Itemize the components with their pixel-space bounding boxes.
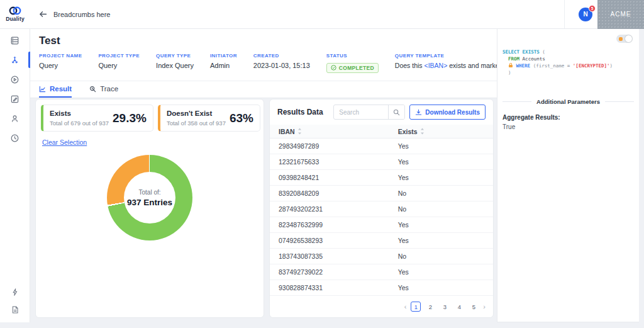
additional-parameters-label: Additional Parameters bbox=[536, 98, 600, 105]
database-icon bbox=[10, 36, 19, 45]
stat-card[interactable]: ExistsTotal of 679 out of 93729.3% bbox=[41, 105, 153, 132]
table-row[interactable]: 074926538293Yes bbox=[270, 233, 493, 249]
sidebar-item-database[interactable] bbox=[0, 35, 30, 45]
tab-result[interactable]: Result bbox=[39, 81, 72, 98]
user-icon bbox=[10, 114, 19, 123]
search-input[interactable] bbox=[334, 109, 388, 116]
iban-cell: 823487632999 bbox=[279, 221, 398, 229]
org-button[interactable]: ACME bbox=[597, 0, 644, 29]
stat-card-percent: 29.3% bbox=[113, 111, 147, 125]
sidebar-item-runs[interactable] bbox=[0, 74, 30, 84]
tab-result-label: Result bbox=[50, 85, 72, 93]
column-header-exists[interactable]: Exists bbox=[398, 128, 484, 135]
table-row[interactable]: 287493202231No bbox=[270, 201, 493, 217]
file-icon bbox=[11, 305, 19, 314]
table-row[interactable]: 930828874331Yes bbox=[270, 280, 493, 296]
iban-cell: 287493202231 bbox=[279, 205, 398, 213]
query-panel: SELECT EXISTS ( FROM Accounts WHERE (fir… bbox=[497, 29, 639, 322]
pagination-next[interactable]: › bbox=[483, 303, 486, 310]
brand-logo[interactable]: Duality bbox=[0, 0, 30, 29]
exists-cell: Yes bbox=[398, 268, 484, 276]
pagination-page-3[interactable]: 3 bbox=[440, 302, 450, 312]
app-root: Duality Breadcrumbs here N 5 ACME bbox=[0, 0, 644, 328]
result-chart-icon bbox=[39, 86, 46, 93]
table-row[interactable]: 837492739022Yes bbox=[270, 264, 493, 280]
meta-field-created: CREATED2023-01-03, 15:13 bbox=[253, 53, 310, 69]
stat-card[interactable]: Doesn't ExistTotal of 358 out of 93763% bbox=[158, 105, 260, 132]
sidebar-item-reports[interactable] bbox=[0, 94, 30, 104]
pagination-page-4[interactable]: 4 bbox=[454, 302, 464, 312]
trace-icon bbox=[89, 86, 96, 93]
column-header-iban[interactable]: IBAN bbox=[279, 128, 398, 135]
table-row[interactable]: 09398248421Yes bbox=[270, 170, 493, 186]
check-circle-icon bbox=[331, 65, 336, 71]
meta-field-project-name: PROJECT NAMEQuery bbox=[39, 53, 82, 69]
search-icon bbox=[393, 109, 400, 116]
search-button[interactable] bbox=[388, 105, 404, 120]
sidebar-item-queries[interactable] bbox=[0, 55, 30, 65]
clock-icon bbox=[10, 133, 19, 143]
download-icon bbox=[415, 109, 422, 116]
query-view-toggle[interactable] bbox=[616, 35, 633, 43]
iban-cell: 930828874331 bbox=[279, 284, 398, 291]
lock-icon bbox=[509, 65, 513, 67]
download-results-button[interactable]: Download Results bbox=[409, 105, 486, 120]
pagination-prev[interactable]: ‹ bbox=[404, 303, 407, 310]
meta-value: Query bbox=[98, 62, 140, 69]
table-row[interactable]: 83920848209No bbox=[270, 186, 493, 201]
stat-card-title: Doesn't Exist bbox=[167, 110, 226, 117]
play-circle-icon bbox=[10, 75, 19, 84]
exists-cell: Yes bbox=[398, 237, 484, 244]
meta-label: INITIATOR bbox=[210, 53, 237, 59]
sort-icon bbox=[297, 128, 302, 135]
additional-parameters-divider: Additional Parameters bbox=[502, 98, 634, 105]
page-header: Test PROJECT NAMEQueryPROJECT TYPEQueryQ… bbox=[30, 29, 497, 98]
table-row[interactable]: 12321675633Yes bbox=[270, 154, 493, 170]
param-label: Aggregate Results: bbox=[502, 114, 634, 121]
meta-field-query-type: QUERY TYPEIndex Query bbox=[156, 53, 194, 69]
sidebar-item-history[interactable] bbox=[0, 133, 30, 143]
pagination-page-1[interactable]: 1 bbox=[411, 302, 421, 312]
brand-name: Duality bbox=[6, 16, 25, 22]
clear-selection-link[interactable]: Clear Selection bbox=[42, 139, 87, 146]
back-arrow-icon[interactable] bbox=[39, 11, 47, 18]
table-body: 29834987289Yes12321675633Yes09398248421Y… bbox=[270, 139, 493, 296]
exists-cell: Yes bbox=[398, 221, 484, 229]
donut-chart[interactable]: Total of: 937 Entries bbox=[107, 155, 192, 240]
tab-trace[interactable]: Trace bbox=[89, 81, 118, 98]
page-title: Test bbox=[39, 35, 497, 47]
notification-badge: 5 bbox=[589, 5, 596, 12]
iban-cell: 12321675633 bbox=[279, 158, 398, 166]
code-line: FROM Accounts bbox=[502, 55, 634, 62]
workflow-icon bbox=[10, 55, 19, 65]
tabs: Result Trace bbox=[30, 81, 497, 98]
table-row[interactable]: 183743087335No bbox=[270, 249, 493, 264]
exists-cell: Yes bbox=[398, 284, 484, 291]
code-line: ) bbox=[502, 69, 634, 76]
meta-value: Query bbox=[39, 62, 82, 69]
status-badge: COMPLETED bbox=[326, 63, 379, 73]
stat-card-subtitle: Total of 679 out of 937 bbox=[50, 120, 109, 127]
meta-value: Admin bbox=[210, 62, 237, 69]
table-row[interactable]: 29834987289Yes bbox=[270, 139, 493, 154]
iban-cell: 183743087335 bbox=[279, 252, 398, 260]
pagination-page-2[interactable]: 2 bbox=[425, 302, 435, 312]
user-area: N 5 ACME bbox=[564, 0, 644, 28]
pagination: ‹12345› bbox=[270, 296, 493, 317]
sql-code-block: SELECT EXISTS ( FROM Accounts WHERE (fir… bbox=[497, 43, 639, 82]
sidebar-item-integrations[interactable] bbox=[0, 287, 30, 297]
sidebar-item-users[interactable] bbox=[0, 113, 30, 123]
avatar-initial: N bbox=[583, 11, 587, 18]
toggle-on-dot bbox=[619, 37, 623, 41]
iban-cell: 074926538293 bbox=[279, 237, 398, 244]
iban-cell: 83920848209 bbox=[279, 189, 398, 197]
bolt-icon bbox=[11, 288, 19, 297]
avatar[interactable]: N 5 bbox=[579, 8, 592, 21]
pagination-page-5[interactable]: 5 bbox=[469, 302, 479, 312]
meta-label: CREATED bbox=[253, 53, 310, 59]
table-header-row: IBAN Exists bbox=[270, 125, 493, 139]
table-row[interactable]: 823487632999Yes bbox=[270, 217, 493, 233]
donut-center-value: 937 Entries bbox=[127, 198, 172, 207]
search-box bbox=[333, 105, 405, 120]
sidebar-item-docs[interactable] bbox=[0, 305, 30, 315]
